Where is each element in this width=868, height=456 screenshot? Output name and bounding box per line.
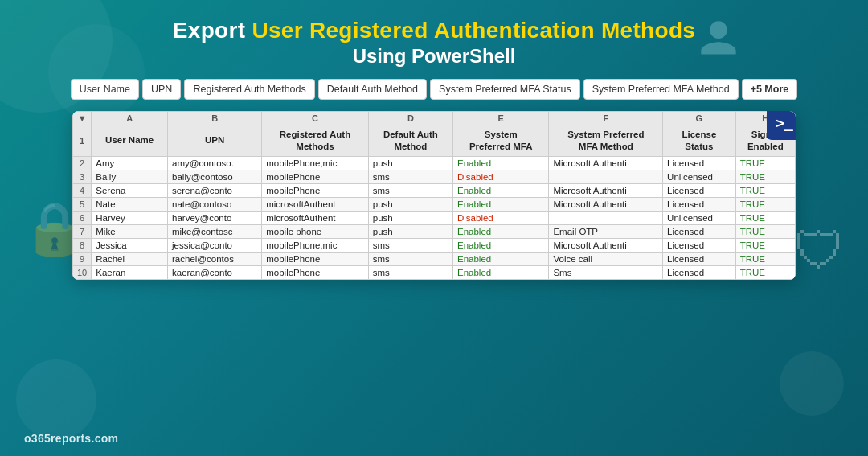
table-cell: Enabled [452, 224, 548, 238]
tab-default-auth[interactable]: Default Auth Method [318, 79, 427, 100]
table-cell [549, 170, 663, 183]
table-cell: sms [368, 170, 452, 183]
header-registered-auth: Registered AuthMethods [262, 125, 369, 157]
table-cell: Mike [92, 224, 168, 238]
table-cell: push [368, 224, 452, 238]
table-row: 5Natenate@contosomicrosoftAuthentpushEna… [73, 197, 796, 211]
table-cell: mobilePhone [262, 252, 369, 265]
table-cell: TRUE [735, 211, 795, 224]
page-title-line2: Using PowerShell [353, 45, 516, 68]
table-cell: push [368, 211, 452, 224]
row-number: 5 [73, 197, 92, 211]
col-e: E [452, 112, 548, 125]
col-d: D [368, 112, 452, 125]
corner-cell: ▼ [73, 112, 92, 125]
row-number: 2 [73, 156, 92, 170]
table-body: 2Amyamy@contoso.mobilePhone,micpushEnabl… [73, 156, 796, 279]
table-cell: serena@conto [168, 183, 262, 197]
person-icon [698, 18, 739, 63]
table-cell: sms [368, 265, 452, 279]
bg-decoration-4 [780, 351, 844, 416]
table-cell: Sms [549, 265, 663, 279]
table-cell: Licensed [663, 238, 736, 252]
table-row: 8Jessicajessica@contomobilePhone,micsmsE… [73, 238, 796, 252]
table-cell: TRUE [735, 170, 795, 183]
table-cell: Enabled [452, 183, 548, 197]
tab-more[interactable]: +5 More [742, 79, 798, 100]
table-row: 3Ballybally@contosomobilePhonesmsDisable… [73, 170, 796, 183]
bg-decoration-2 [48, 24, 145, 121]
table-cell: Unlicensed [663, 211, 736, 224]
col-a: A [92, 112, 168, 125]
table-cell: Jessica [92, 238, 168, 252]
table-cell: sms [368, 238, 452, 252]
table-cell: amy@contoso. [168, 156, 262, 170]
table-row: 2Amyamy@contoso.mobilePhone,micpushEnabl… [73, 156, 796, 170]
bg-decoration-3 [16, 359, 96, 440]
table-cell: sms [368, 252, 452, 265]
table-cell: Harvey [92, 211, 168, 224]
tab-system-preferred-method[interactable]: System Preferred MFA Method [583, 79, 739, 100]
title-highlight: User Registered Authentication Methods [252, 18, 695, 43]
table-cell: push [368, 156, 452, 170]
table-cell: Email OTP [549, 224, 663, 238]
row-number: 3 [73, 170, 92, 183]
table-cell: Enabled [452, 252, 548, 265]
table-cell: Bally [92, 170, 168, 183]
col-c: C [262, 112, 369, 125]
data-table: ▼ A B C D E F G H 1 User Name UPN Regist… [72, 111, 796, 280]
table-cell: nate@contoso [168, 197, 262, 211]
table-cell: Licensed [663, 197, 736, 211]
table-cell: TRUE [735, 197, 795, 211]
table-cell: TRUE [735, 238, 795, 252]
table-cell: Microsoft Authenti [549, 183, 663, 197]
header-rownum: 1 [73, 125, 92, 157]
tab-registered-auth[interactable]: Registered Auth Methods [184, 79, 314, 100]
header-system-preferred-mfa: SystemPreferred MFA [452, 125, 548, 157]
table-cell: sms [368, 183, 452, 197]
header-default-auth: Default AuthMethod [368, 125, 452, 157]
table-cell: harvey@conto [168, 211, 262, 224]
table-row: 10Kaerankaeran@contomobilePhonesmsEnable… [73, 265, 796, 279]
powershell-icon: >_ [767, 111, 796, 140]
tab-upn[interactable]: UPN [142, 79, 181, 100]
table-cell: Licensed [663, 183, 736, 197]
table-cell: TRUE [735, 224, 795, 238]
table-cell: Rachel [92, 252, 168, 265]
table-cell: TRUE [735, 265, 795, 279]
col-g: G [663, 112, 736, 125]
table-cell: kaeran@conto [168, 265, 262, 279]
table-cell: mobilePhone,mic [262, 156, 369, 170]
row-number: 7 [73, 224, 92, 238]
table-cell: Licensed [663, 252, 736, 265]
watermark: o365reports.com [24, 432, 118, 445]
header-system-preferred-method: System PreferredMFA Method [549, 125, 663, 157]
table-cell: Nate [92, 197, 168, 211]
table-cell: TRUE [735, 252, 795, 265]
table-cell: Licensed [663, 265, 736, 279]
table-cell: Licensed [663, 224, 736, 238]
shield-icon: 🛡 [794, 221, 845, 281]
header-upn: UPN [168, 125, 262, 157]
table-cell: Serena [92, 183, 168, 197]
table-cell: mobile phone [262, 224, 369, 238]
table-cell: Voice call [549, 252, 663, 265]
col-f: F [549, 112, 663, 125]
row-number: 10 [73, 265, 92, 279]
header-row: 1 User Name UPN Registered AuthMethods D… [73, 125, 796, 157]
table-row: 6Harveyharvey@contomicrosoftAuthentpushD… [73, 211, 796, 224]
table-cell: Unlicensed [663, 170, 736, 183]
table-cell: Enabled [452, 156, 548, 170]
tab-system-preferred-status[interactable]: System Preferred MFA Status [430, 79, 580, 100]
table-row: 7Mikemike@contoscmobile phonepushEnabled… [73, 224, 796, 238]
table-cell: Kaeran [92, 265, 168, 279]
table-cell: bally@contoso [168, 170, 262, 183]
table-cell: microsoftAuthent [262, 197, 369, 211]
spreadsheet-container: >_ ▼ A B C D E F G H 1 User [72, 111, 796, 280]
table-cell: TRUE [735, 156, 795, 170]
table-cell: Enabled [452, 265, 548, 279]
table-cell: Disabled [452, 211, 548, 224]
table-cell [549, 211, 663, 224]
table-cell: push [368, 197, 452, 211]
table-cell: Microsoft Authenti [549, 197, 663, 211]
